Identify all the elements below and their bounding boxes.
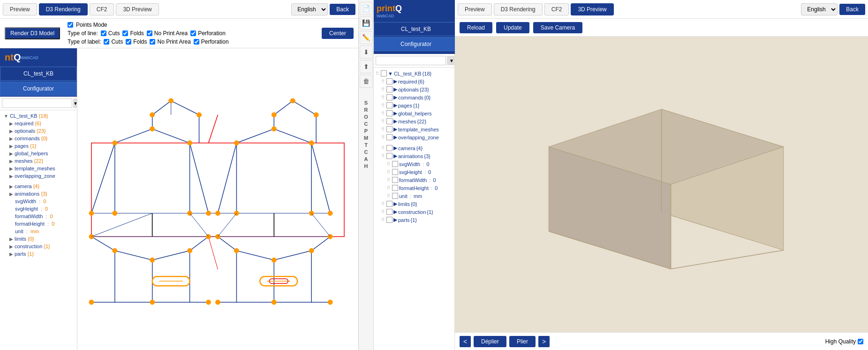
tree-item-overlapping[interactable]: ▶ overlapping_zone: [0, 172, 77, 180]
tab-preview-left[interactable]: Preview: [3, 3, 37, 15]
right-tree-meshes[interactable]: ⠿ ▶ meshes {22}: [374, 117, 458, 125]
right-tree-global[interactable]: ⠿ ▶ global_helpers: [374, 109, 458, 117]
tree-checkbox[interactable]: [386, 145, 392, 151]
tree-item-optionals[interactable]: ▶ optionals {23}: [0, 127, 77, 135]
right-tree-overlapping[interactable]: ⠿ ▶ overlapping_zone: [374, 133, 458, 141]
tree-checkbox[interactable]: [392, 161, 398, 167]
tree-checkbox[interactable]: [386, 94, 392, 100]
tree-checkbox[interactable]: [386, 102, 392, 108]
cl-test-kb-button-left[interactable]: CL_test_KB: [0, 67, 77, 81]
line-perforation-checkbox[interactable]: [190, 30, 196, 36]
right-tree-template[interactable]: ⠿ ▶ template_meshes: [374, 125, 458, 133]
tab-3d-preview-left[interactable]: 3D Preview: [116, 3, 159, 15]
language-select-right[interactable]: English: [801, 3, 838, 15]
tree-checkbox[interactable]: [392, 177, 398, 183]
tree-item-limits[interactable]: ▶ limits {0}: [0, 235, 77, 243]
quality-checkbox[interactable]: [858, 339, 863, 344]
tree-item-formatheight[interactable]: formatHeight : 0: [0, 220, 77, 228]
right-tree-svgwidth[interactable]: ⠿ svgWidth : 0: [374, 160, 458, 168]
right-tree-optionals[interactable]: ⠿ ▶ optionals {23}: [374, 85, 458, 93]
back-button-right[interactable]: Back: [839, 4, 865, 15]
right-tree-commands[interactable]: ⠿ ▶ commands {0}: [374, 93, 458, 101]
right-tab-preview[interactable]: Preview: [458, 3, 492, 15]
line-cuts-checkbox[interactable]: [101, 30, 106, 36]
delete-icon-button[interactable]: 🗑: [360, 75, 373, 88]
right-cl-test-button[interactable]: CL_test_KB: [374, 22, 458, 36]
tree-checkbox[interactable]: [386, 86, 392, 92]
prev-nav-button[interactable]: <: [460, 336, 471, 347]
save-icon-button[interactable]: 💾: [360, 16, 373, 30]
right-tree-formatwidth[interactable]: ⠿ formatWidth : 0: [374, 176, 458, 184]
right-tree-animations[interactable]: ⠿ ▶ animations {3}: [374, 152, 458, 160]
tree-checkbox[interactable]: [386, 201, 392, 207]
points-mode-checkbox[interactable]: [68, 22, 73, 28]
line-folds-checkbox[interactable]: [122, 30, 128, 36]
tree-checkbox[interactable]: [386, 134, 392, 140]
label-noprint-checkbox[interactable]: [150, 39, 155, 45]
right-configurator-button[interactable]: Configurator: [374, 37, 458, 51]
render-d3-model-button[interactable]: Render D3 Model: [5, 27, 60, 39]
tree-item-global-helpers[interactable]: ▶ global_helpers: [0, 150, 77, 157]
plier-button[interactable]: Plier: [509, 336, 536, 347]
configurator-button-left[interactable]: Configurator: [0, 82, 77, 96]
tree-checkbox[interactable]: [386, 78, 392, 84]
center-button[interactable]: Center: [322, 28, 354, 39]
tree-checkbox[interactable]: [386, 217, 392, 223]
tree-checkbox[interactable]: [392, 193, 398, 199]
right-tree-unit[interactable]: ⠿ unit : mm: [374, 192, 458, 200]
right-tree-limits[interactable]: ⠿ ▶ limits {0}: [374, 200, 458, 208]
edit-icon-button[interactable]: ✏️: [360, 31, 373, 44]
tree-item-meshes[interactable]: ▶ meshes {22}: [0, 157, 77, 165]
tree-item-construction[interactable]: ▶ construction {1}: [0, 243, 77, 250]
tree-item-parts[interactable]: ▶ parts {1}: [0, 250, 77, 258]
language-select-left[interactable]: English: [291, 3, 328, 15]
tree-item-animations[interactable]: ▶ animations {3}: [0, 190, 77, 198]
left-search-input[interactable]: [2, 99, 72, 108]
tree-checkbox[interactable]: [386, 126, 392, 132]
page-icon-button[interactable]: 📄: [360, 2, 373, 15]
right-tree-construction[interactable]: ⠿ ▶ construction {1}: [374, 208, 458, 216]
right-tab-3d-preview[interactable]: 3D Preview: [571, 3, 613, 15]
tree-checkbox[interactable]: [392, 185, 398, 191]
upload-icon-button[interactable]: ⬆: [360, 60, 373, 73]
download-icon-button[interactable]: ⬇: [360, 46, 373, 59]
label-perforation-checkbox[interactable]: [194, 39, 199, 45]
update-button[interactable]: Update: [496, 22, 529, 33]
tree-item-pages[interactable]: ▶ pages {1}: [0, 142, 77, 150]
tree-item-root[interactable]: ▼ CL_test_KB {18}: [0, 112, 77, 120]
tree-checkbox[interactable]: [386, 209, 392, 215]
deplier-button[interactable]: Déplier: [474, 336, 506, 347]
tree-item-unit[interactable]: unit : mm: [0, 228, 77, 235]
save-camera-button[interactable]: Save Camera: [533, 22, 582, 33]
tree-checkbox[interactable]: [386, 118, 392, 124]
tab-cf2-left[interactable]: CF2: [90, 3, 114, 15]
right-tree-root[interactable]: ⠿ ▼ CL_test_KB {18}: [374, 69, 458, 77]
label-cuts-checkbox[interactable]: [104, 39, 109, 45]
label-folds-checkbox[interactable]: [126, 39, 131, 45]
tree-item-formatwidth[interactable]: formatWidth : 0: [0, 213, 77, 220]
tree-item-required[interactable]: ▶ required {6}: [0, 120, 77, 127]
next-nav-button[interactable]: >: [538, 336, 550, 347]
back-button-left[interactable]: Back: [330, 4, 355, 15]
tab-d3-rendering-left[interactable]: D3 Rendering: [39, 3, 88, 15]
tree-item-camera[interactable]: ▶ camera {4}: [0, 183, 77, 190]
right-tab-d3[interactable]: D3 Rendering: [494, 3, 543, 15]
tree-checkbox[interactable]: [386, 110, 392, 116]
right-tree-pages[interactable]: ⠿ ▶ pages {1}: [374, 101, 458, 109]
reload-button[interactable]: Reload: [460, 22, 492, 33]
right-tree-camera[interactable]: ⠿ ▶ camera {4}: [374, 144, 458, 152]
right-tree-required[interactable]: ⠿ ▶ required {6}: [374, 77, 458, 85]
tree-item-template-meshes[interactable]: ▶ template_meshes: [0, 165, 77, 172]
tree-item-svgwidth[interactable]: svgWidth : 0: [0, 198, 77, 205]
right-search-input[interactable]: [376, 56, 446, 65]
tree-checkbox[interactable]: [386, 153, 392, 159]
line-noprint-checkbox[interactable]: [147, 30, 152, 36]
right-tree-svgheight[interactable]: ⠿ svgHeight : 0: [374, 168, 458, 176]
tree-checkbox[interactable]: [381, 70, 387, 76]
right-tab-cf2[interactable]: CF2: [544, 3, 569, 15]
tree-item-svgheight[interactable]: svgHeight : 0: [0, 205, 77, 213]
right-tree-parts[interactable]: ⠿ ▶ parts {1}: [374, 216, 458, 224]
right-tree-formatheight[interactable]: ⠿ formatHeight : 0: [374, 184, 458, 192]
tree-item-commands[interactable]: ▶ commands {0}: [0, 135, 77, 142]
tree-checkbox[interactable]: [392, 169, 398, 175]
